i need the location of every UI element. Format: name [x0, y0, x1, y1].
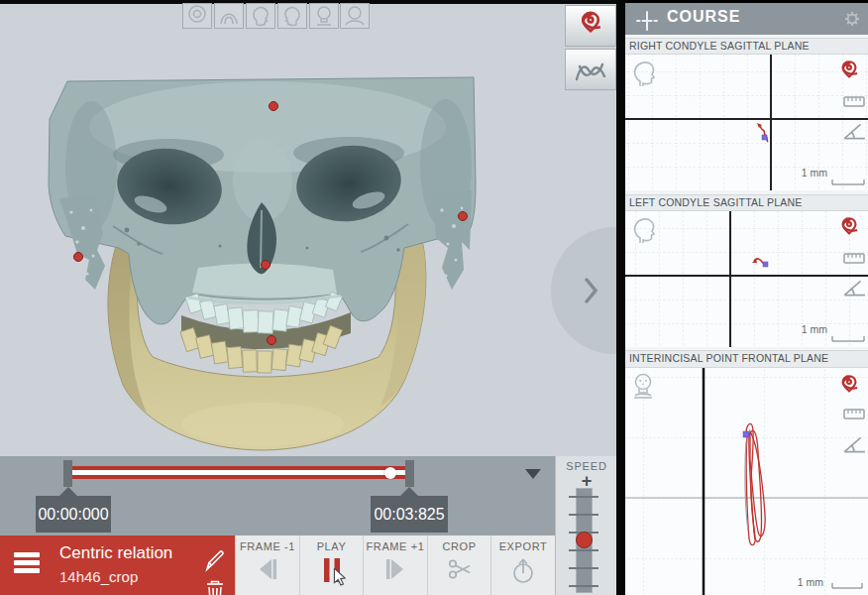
angle-icon[interactable] [842, 277, 866, 298]
plot-left-condyle: 1 mm [625, 211, 868, 347]
jaw-motion-app: 0:03:608 0:03:825 00:00:000 00:03:825 SP… [0, 0, 868, 595]
course-panel: COURSE RIGHT CONDYLE SAGITTAL PLANE [625, 0, 868, 595]
plot-interincisal-canvas [625, 368, 868, 595]
edit-pencil-icon[interactable] [203, 546, 227, 572]
timeline-panel: 0:03:608 0:03:825 00:00:000 00:03:825 [0, 456, 555, 536]
orbit-pin-icon[interactable] [835, 59, 863, 86]
plot-right-condyle-canvas [625, 55, 868, 190]
scale-label: 1 mm [794, 167, 827, 178]
crop-end-notch [400, 487, 418, 496]
clip-info-panel: Centric relation 14h46_crop [0, 536, 235, 595]
speed-tick [569, 549, 598, 551]
angle-icon[interactable] [842, 433, 866, 455]
course-header: COURSE [625, 0, 868, 35]
wave-curves-icon [574, 56, 607, 83]
mouse-cursor-icon [333, 568, 346, 586]
export-icon [510, 557, 536, 584]
speed-tick [569, 496, 598, 498]
orbit-pin-icon[interactable] [835, 373, 863, 401]
section-title-interincisal: INTERINCISAL POINT FRONTAL PLANE [625, 350, 868, 368]
plot-left-condyle-canvas [625, 211, 868, 347]
angle-icon[interactable] [842, 120, 866, 142]
frame-forward-icon [382, 557, 408, 581]
scissors-icon [447, 557, 473, 581]
ruler-icon[interactable] [842, 94, 866, 110]
top-black-strip [0, 0, 616, 4]
crop-label: CROP [428, 540, 490, 552]
head-front-icon [343, 4, 367, 28]
plot-right-condyle: 1 mm [625, 55, 868, 190]
menu-icon[interactable] [14, 552, 40, 578]
head-profile-icon [631, 59, 657, 88]
panel-separator [616, 0, 625, 595]
frame-back-icon [255, 557, 280, 581]
crop-end-tooltip: 00:03:825 [371, 496, 448, 533]
crop-end-handle[interactable] [405, 460, 414, 487]
course-crosshair-icon [635, 9, 659, 33]
crop-start-handle[interactable] [63, 460, 72, 487]
speed-tick [569, 567, 598, 569]
export-label: EXPORT [491, 540, 555, 552]
toolbar-button-head-front-stand[interactable] [309, 3, 339, 29]
clip-name: Centric relation [59, 543, 172, 563]
dental-arch-icon [217, 4, 241, 28]
ruler-icon[interactable] [842, 251, 866, 267]
toolbar-button-head-front[interactable] [340, 3, 370, 29]
timeline-track[interactable] [71, 466, 408, 479]
delete-trash-icon[interactable] [205, 579, 225, 595]
orbit-pin-icon[interactable] [835, 215, 863, 243]
reset-view-button[interactable] [565, 5, 616, 47]
frame-back-button[interactable]: FRAME -1 [235, 536, 299, 595]
play-label: PLAY [300, 540, 363, 552]
frame-forward-button[interactable]: FRAME +1 [363, 536, 427, 595]
timeline-dropdown-caret[interactable] [525, 469, 541, 479]
head-profile-icon [631, 215, 657, 245]
section-title-right-condyle: RIGHT CONDYLE SAGITTAL PLANE [625, 38, 868, 55]
toolbar-button-dental-arch[interactable] [214, 3, 244, 29]
crop-button[interactable]: CROP [427, 536, 490, 595]
play-button[interactable]: PLAY [299, 536, 363, 595]
clip-file-name: 14h46_crop [59, 568, 138, 585]
head-profile-left-icon [280, 4, 304, 28]
target-icon [185, 4, 209, 28]
curves-view-button[interactable] [565, 49, 616, 90]
head-front-stand-icon [312, 4, 336, 28]
head-front-icon [630, 372, 658, 404]
ruler-icon[interactable] [842, 407, 866, 422]
toolbar-button-target[interactable] [182, 3, 212, 29]
frame-forward-label: FRAME +1 [364, 540, 427, 552]
speed-control: SPEED + [555, 456, 616, 595]
plot-interincisal: 1 mm [625, 368, 868, 595]
head-profile-right-icon [249, 4, 272, 28]
toolbar-button-head-profile-left[interactable] [277, 3, 307, 29]
chevron-right-icon[interactable] [585, 278, 598, 303]
export-button[interactable]: EXPORT [490, 536, 555, 595]
crop-start-notch [59, 487, 77, 496]
scale-label: 1 mm [794, 323, 827, 335]
playhead[interactable] [384, 467, 396, 479]
transport-bar: Centric relation 14h46_crop FRAME -1 PLA… [0, 536, 555, 595]
speed-tick [569, 514, 598, 516]
frame-back-label: FRAME -1 [236, 540, 299, 552]
gear-icon[interactable] [844, 11, 860, 27]
3d-viewport[interactable] [0, 0, 616, 456]
scale-label: 1 mm [790, 576, 823, 588]
speed-slider-knob[interactable] [576, 532, 593, 548]
crop-start-tooltip: 00:00:000 [36, 496, 111, 533]
section-title-left-condyle: LEFT CONDYLE SAGITTAL PLANE [625, 194, 868, 211]
orbit-pin-icon [574, 9, 607, 43]
course-title: COURSE [667, 8, 740, 26]
toolbar-button-head-profile-right[interactable] [246, 3, 275, 29]
speed-tick [569, 585, 598, 587]
skull-3d-model [0, 0, 616, 456]
